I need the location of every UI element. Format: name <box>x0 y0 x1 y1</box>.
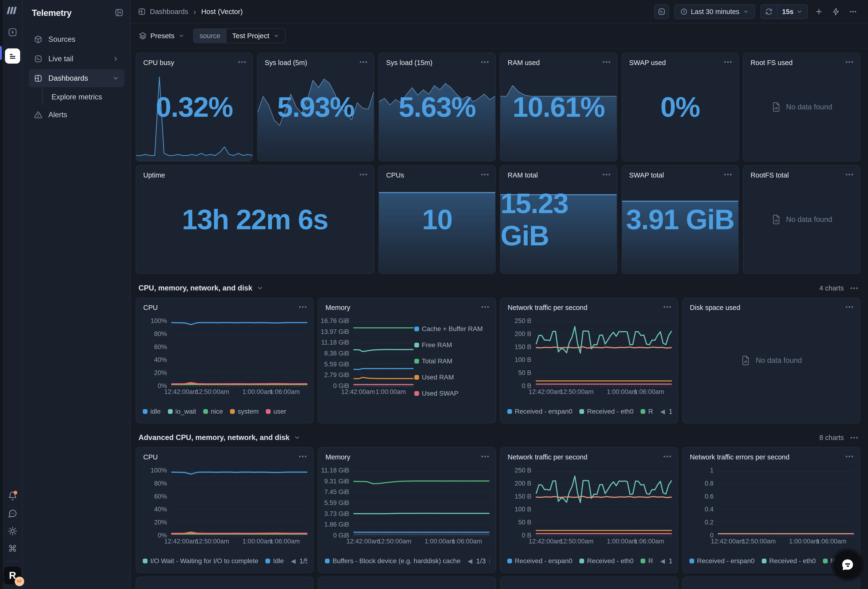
card-menu-button[interactable] <box>298 453 307 460</box>
y-axis: 250 B200 B150 B100 B50 B0 B <box>506 321 533 386</box>
card-menu-button[interactable] <box>359 171 368 178</box>
breadcrumb-root[interactable]: Dashboards <box>150 7 188 16</box>
card-menu-button[interactable] <box>481 59 489 65</box>
plot-area[interactable] <box>354 321 413 386</box>
y-tick-label: 250 B <box>515 317 531 325</box>
section-title[interactable]: CPU, memory, network, and disk <box>139 284 263 292</box>
app-logo-icon[interactable] <box>6 6 19 16</box>
collapse-sidebar-icon[interactable] <box>115 8 123 18</box>
sidebar-item-live-tail[interactable]: Live tail <box>29 50 124 68</box>
legend-item[interactable]: Received - erspan0 <box>689 557 754 565</box>
card-menu-button[interactable] <box>481 304 489 310</box>
chart-card-cpu: CPU 100%80%60%40%20%0% 12:42:00am12:50:0… <box>136 297 313 423</box>
legend-item[interactable]: Total RAM <box>414 357 453 365</box>
plot-area[interactable] <box>536 321 672 386</box>
x-tick-label: 12:42:00am <box>341 388 375 395</box>
notifications-bell-icon[interactable] <box>6 489 20 503</box>
y-tick-label: 80% <box>154 479 167 487</box>
section-header-1: CPU, memory, network, and disk 4 charts <box>139 284 858 292</box>
sidebar-item-alerts[interactable]: Alerts <box>29 106 124 124</box>
legend-item[interactable]: Idle <box>266 557 283 565</box>
chart-legend: Received - erspan0Received - eth0R <box>689 555 854 567</box>
card-menu-button[interactable] <box>602 171 611 178</box>
card-menu-button[interactable] <box>845 171 853 178</box>
card-menu-button[interactable] <box>663 304 672 310</box>
legend-label: Idle <box>273 557 283 565</box>
legend-item[interactable]: Used RAM <box>414 373 454 381</box>
feedback-chat-icon[interactable] <box>6 506 20 521</box>
time-range-value: Last 30 minutes <box>691 8 740 16</box>
plot-area[interactable] <box>354 471 489 535</box>
chat-bubble-icon <box>840 558 855 572</box>
stat-card-swap-total: SWAP total 3.91 GiB <box>621 165 739 274</box>
card-menu-button[interactable] <box>724 171 732 178</box>
legend-item[interactable]: Buffers - Block device (e.g. harddisk) c… <box>325 557 461 565</box>
help-chat-button[interactable] <box>833 551 862 579</box>
section-menu-button[interactable] <box>850 435 858 441</box>
legend-item[interactable]: idle <box>143 408 161 415</box>
plot-area[interactable] <box>536 471 672 535</box>
console-button[interactable] <box>654 4 669 19</box>
theme-sun-icon[interactable] <box>6 524 20 538</box>
legend-item[interactable]: Received - eth0 <box>579 408 633 415</box>
topbar: Dashboards › Host (Vector) Last 30 minut… <box>131 0 868 24</box>
legend-item[interactable]: nice <box>203 408 223 415</box>
card-menu-button[interactable] <box>845 304 853 310</box>
presets-dropdown[interactable]: Presets <box>139 32 185 40</box>
legend-item[interactable]: Cache + Buffer RAM <box>414 325 483 333</box>
zap-nav-icon[interactable] <box>5 25 20 40</box>
legend-item[interactable]: Used SWAP <box>414 390 459 397</box>
sidebar-item-sources[interactable]: Sources <box>29 30 124 49</box>
source-filter[interactable]: source Test Project <box>193 28 286 43</box>
section-title[interactable]: Advanced CPU, memory, network, and disk <box>139 433 301 442</box>
command-menu-icon[interactable]: ⌘ <box>6 542 20 556</box>
section-menu-button[interactable] <box>850 285 858 292</box>
alert-triangle-icon <box>34 111 42 119</box>
legend-item[interactable]: Received - eth0 <box>579 557 633 565</box>
refresh-button[interactable] <box>761 5 777 19</box>
legend-item[interactable]: system <box>230 408 259 415</box>
card-menu-button[interactable] <box>481 171 489 178</box>
refresh-interval-select[interactable]: 15s <box>777 5 807 19</box>
card-menu-button[interactable] <box>845 59 853 65</box>
card-menu-button[interactable] <box>298 304 307 310</box>
legend-swatch <box>414 359 419 364</box>
y-tick-label: 3.73 GiB <box>324 510 349 517</box>
time-range-select[interactable]: Last 30 minutes <box>674 4 755 19</box>
x-tick-label: 12:42:00am <box>347 538 380 545</box>
legend-item[interactable]: R <box>641 408 653 415</box>
lightning-button[interactable] <box>830 7 842 16</box>
add-panel-button[interactable] <box>813 7 825 16</box>
card-menu-button[interactable] <box>845 453 853 460</box>
card-menu-button[interactable] <box>663 453 672 460</box>
card-menu-button[interactable] <box>238 59 246 65</box>
card-menu-button[interactable] <box>602 59 611 65</box>
y-tick-label: 5.59 GiB <box>324 499 349 507</box>
page-prev-icon[interactable]: ◀ <box>291 558 296 565</box>
legend-item[interactable]: I/O Wait - Waiting for I/O to complete <box>143 557 258 565</box>
legend-item[interactable]: Received - eth0 <box>762 557 816 565</box>
legend-item[interactable]: Free RAM <box>414 341 452 349</box>
stat-card-ram-total: RAM total 15.23 GiB <box>500 165 617 274</box>
sidebar-item-dashboards[interactable]: Dashboards <box>29 69 124 87</box>
more-options-button[interactable] <box>847 7 859 16</box>
avatar[interactable]: R NF <box>4 567 21 584</box>
legend-item[interactable]: Received - erspan0 <box>507 408 573 415</box>
legend-item[interactable]: io_wait <box>168 408 196 415</box>
legend-item[interactable]: user <box>266 408 286 415</box>
card-menu-button[interactable] <box>481 453 489 460</box>
card-menu-button[interactable] <box>724 59 732 65</box>
stat-card-ram-used: RAM used 10.61% <box>500 53 617 161</box>
card-menu-button[interactable] <box>359 59 368 65</box>
plot-area[interactable] <box>718 471 853 535</box>
page-prev-icon[interactable]: ◀ <box>660 558 665 565</box>
plot-area[interactable] <box>172 471 307 535</box>
page-prev-icon[interactable]: ◀ <box>468 558 472 565</box>
chevron-right-icon <box>112 56 119 62</box>
sidebar-item-explore-metrics[interactable]: Explore metrics <box>52 89 124 105</box>
logs-nav-icon[interactable] <box>5 49 20 64</box>
page-prev-icon[interactable]: ◀ <box>660 408 665 415</box>
legend-item[interactable]: R <box>641 557 653 565</box>
legend-item[interactable]: Received - erspan0 <box>507 557 573 565</box>
plot-area[interactable] <box>172 321 307 386</box>
